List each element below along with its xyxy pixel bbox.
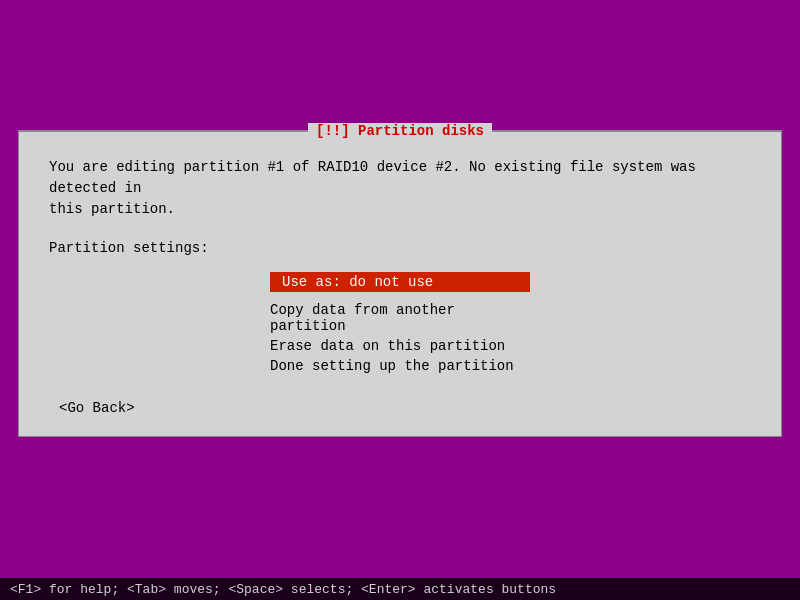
dialog-title: [!!] Partition disks	[308, 123, 492, 139]
menu-area: Use as: do not use Copy data from anothe…	[49, 272, 751, 376]
erase-data-option[interactable]: Erase data on this partition	[270, 336, 530, 356]
status-bar-text: <F1> for help; <Tab> moves; <Space> sele…	[10, 582, 556, 597]
main-dialog: [!!] Partition disks You are editing par…	[18, 130, 782, 437]
done-setting-option[interactable]: Done setting up the partition	[270, 356, 530, 376]
description-text: You are editing partition #1 of RAID10 d…	[49, 157, 751, 220]
description-line2: this partition.	[49, 201, 175, 217]
go-back-button[interactable]: <Go Back>	[59, 400, 135, 416]
dialog-title-bar: [!!] Partition disks	[19, 121, 781, 141]
go-back-area: <Go Back>	[49, 400, 751, 416]
description-line1: You are editing partition #1 of RAID10 d…	[49, 159, 696, 196]
copy-data-option[interactable]: Copy data from another partition	[270, 300, 530, 336]
partition-settings-label: Partition settings:	[49, 240, 751, 256]
use-as-option[interactable]: Use as: do not use	[270, 272, 530, 292]
status-bar: <F1> for help; <Tab> moves; <Space> sele…	[0, 578, 800, 600]
dialog-body: You are editing partition #1 of RAID10 d…	[19, 141, 781, 436]
